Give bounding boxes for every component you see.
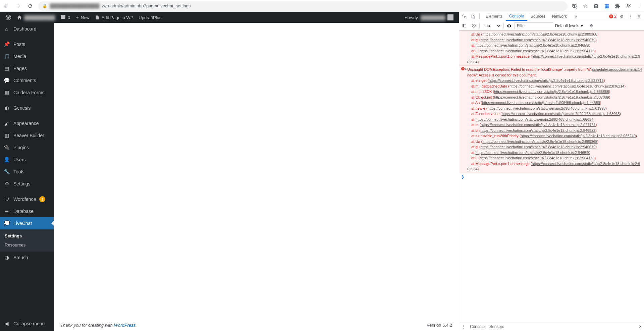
star-icon[interactable]: ☆ xyxy=(582,3,588,9)
devtools-tab-elements[interactable]: Elements xyxy=(482,12,506,21)
collapse-icon: ◀ xyxy=(3,320,10,327)
submenu-resources[interactable]: Resources xyxy=(0,240,54,250)
drawer-console-tab[interactable]: Console xyxy=(470,324,485,329)
sidebar-item-label: Beaver Builder xyxy=(13,133,44,138)
shield-icon: 🛡 xyxy=(3,196,10,203)
sidebar-item-users[interactable]: 👤Users xyxy=(0,154,54,166)
form-icon: ▦ xyxy=(3,89,10,96)
error-icon: ✕ xyxy=(461,67,465,70)
sidebar-item-label: Smush xyxy=(13,255,28,260)
user-icon: 👤 xyxy=(3,156,10,163)
edit-page-link[interactable]: Edit Page in WP xyxy=(92,12,136,23)
sidebar-item-beaver-builder[interactable]: ▥Beaver Builder xyxy=(0,129,54,142)
wp-admin-bar: ██████████ 0 +New Edit Page in WP Updraf… xyxy=(0,12,459,23)
submenu-settings[interactable]: Settings xyxy=(0,231,54,240)
console-prompt[interactable]: ❯ xyxy=(459,173,644,180)
sidebar-item-tools[interactable]: 🔧Tools xyxy=(0,166,54,178)
wrench-icon: 🔧 xyxy=(3,168,10,175)
comments-link[interactable]: 0 xyxy=(58,12,73,23)
new-content-link[interactable]: +New xyxy=(73,12,92,23)
pin-icon: 📌 xyxy=(3,41,10,48)
sidebar-item-smush[interactable]: ◑Smush xyxy=(0,252,54,264)
drawer-close-icon[interactable]: ✕ xyxy=(639,324,642,329)
console-sidebar-toggle-icon[interactable] xyxy=(461,22,468,30)
devtools-settings-icon[interactable]: ⚙ xyxy=(618,13,625,20)
sidebar-item-appearance[interactable]: 🖌Appearance xyxy=(0,117,54,129)
svg-rect-2 xyxy=(473,16,475,18)
inspect-element-icon[interactable] xyxy=(461,13,468,20)
drawer-menu-icon[interactable]: ⋮ xyxy=(461,324,465,329)
js-extension-icon[interactable]: JS xyxy=(625,3,631,9)
sidebar-item-genesis[interactable]: ◐Genesis xyxy=(0,102,54,114)
sidebar-item-wordfence[interactable]: 🛡Wordfence1 xyxy=(0,193,54,205)
wp-footer: Thank you for creating with WordPress. V… xyxy=(54,319,459,331)
lock-icon: 🔒 xyxy=(42,4,47,8)
sidebar-item-label: Database xyxy=(13,209,34,214)
devtools-menu-icon[interactable]: ⋮ xyxy=(627,13,634,20)
devtools-tab-network[interactable]: Network xyxy=(549,12,570,21)
beaver-icon: ▥ xyxy=(3,132,10,139)
console-filter-input[interactable] xyxy=(515,22,553,29)
devtools-tabs: ElementsConsoleSourcesNetwork » ✕2 ⚙ ⋮ ✕ xyxy=(459,12,644,21)
expand-arrow-icon[interactable]: ▸ xyxy=(465,66,467,72)
device-toggle-icon[interactable] xyxy=(469,13,477,20)
site-home-link[interactable]: ██████████ xyxy=(14,12,58,23)
sidebar-item-label: Wordfence xyxy=(13,197,36,202)
avatar xyxy=(447,14,453,20)
drawer-sensors-tab[interactable]: Sensors xyxy=(489,324,504,329)
live-expression-icon[interactable] xyxy=(506,23,513,28)
collapse-menu[interactable]: ◀ Collapse menu xyxy=(0,318,54,331)
sidebar-item-label: Genesis xyxy=(13,105,31,111)
back-button[interactable] xyxy=(2,2,10,10)
updraftplus-link[interactable]: UpdraftPlus xyxy=(136,12,164,23)
devtools-drawer: ⋮ Console Sensors ✕ xyxy=(459,322,644,331)
reload-button[interactable] xyxy=(26,2,34,10)
sidebar-item-comments[interactable]: 💬Comments xyxy=(0,74,54,87)
console-error-entry: ✕ ▸ scheduler.production.min.js:14Uncaug… xyxy=(459,66,644,173)
devtools-tab-console[interactable]: Console xyxy=(506,12,527,21)
forward-button[interactable] xyxy=(14,2,22,10)
devtools-more-tabs[interactable]: » xyxy=(572,12,581,21)
brush-icon: 🖌 xyxy=(3,120,10,127)
sidebar-item-label: Appearance xyxy=(13,121,39,126)
devtools-tab-sources[interactable]: Sources xyxy=(527,12,549,21)
sidebar-item-label: Settings xyxy=(13,181,31,186)
sidebar-item-pages[interactable]: ▤Pages xyxy=(0,62,54,74)
browser-actions: ☆ ▦ JS ⋮ xyxy=(572,3,642,9)
console-settings-icon[interactable]: ⚙ xyxy=(588,22,595,30)
media-icon: 🎵 xyxy=(3,53,10,60)
devtools-close-icon[interactable]: ✕ xyxy=(635,13,643,20)
clear-console-icon[interactable] xyxy=(470,22,477,30)
sidebar-item-posts[interactable]: 📌Posts xyxy=(0,38,54,50)
page-icon: ▤ xyxy=(3,65,10,72)
extension-blue-icon[interactable]: ▦ xyxy=(604,3,610,9)
sidebar-item-plugins[interactable]: 🔌Plugins xyxy=(0,142,54,154)
sidebar-item-label: Caldera Forms xyxy=(13,90,45,95)
sidebar-item-settings[interactable]: ⚙Settings xyxy=(0,178,54,190)
sidebar-item-livechat[interactable]: 💭LiveChat xyxy=(0,217,54,229)
sidebar-item-database[interactable]: ≣Database xyxy=(0,205,54,217)
camera-icon[interactable] xyxy=(593,3,599,9)
browser-menu-icon[interactable]: ⋮ xyxy=(636,3,642,9)
extensions-puzzle-icon[interactable] xyxy=(614,3,621,9)
execution-context-select[interactable]: top xyxy=(482,22,501,29)
sidebar-item-dashboard[interactable]: ⌂Dashboard xyxy=(0,23,54,35)
smush-icon: ◑ xyxy=(3,254,10,261)
sidebar-item-caldera-forms[interactable]: ▦Caldera Forms xyxy=(0,87,54,99)
sidebar-item-label: Plugins xyxy=(13,145,29,150)
log-levels-select[interactable]: Default levels ▼ xyxy=(555,23,584,28)
sidebar-item-label: Posts xyxy=(13,42,25,47)
address-bar[interactable]: 🔒 ████████████████ /wp-admin/admin.php?p… xyxy=(38,1,568,11)
url-path: /wp-admin/admin.php?page=livechat_settin… xyxy=(102,3,191,8)
settings-icon: ⚙ xyxy=(3,180,10,187)
wp-logo-icon[interactable] xyxy=(3,12,14,23)
wordpress-link[interactable]: WordPress xyxy=(114,323,136,328)
sidebar-item-media[interactable]: 🎵Media xyxy=(0,50,54,62)
error-count-badge[interactable]: ✕2 xyxy=(609,14,616,19)
livechat-icon: 💭 xyxy=(3,220,10,227)
incognito-eye-icon[interactable] xyxy=(572,3,578,9)
console-output[interactable]: at Ua (https://connect.livechatinc.com/s… xyxy=(459,31,644,322)
database-icon: ≣ xyxy=(3,208,10,215)
sidebar-item-label: Users xyxy=(13,157,26,162)
howdy-account[interactable]: Howdy,████████ xyxy=(402,12,456,23)
